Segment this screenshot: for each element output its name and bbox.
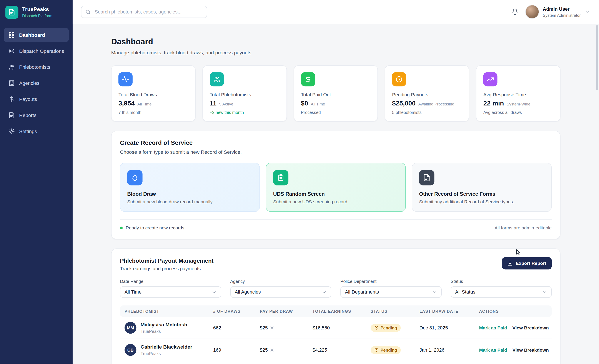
vertical-scrollbar-thumb[interactable]	[596, 25, 598, 90]
last-draw-date: Dec 31, 2025	[420, 325, 479, 330]
form-type-options: Blood Draw Submit a new blood draw recor…	[120, 163, 552, 212]
filter-label: Police Department	[340, 279, 441, 284]
total-earnings: $4,225	[313, 347, 370, 353]
status-badge: Pending	[370, 346, 401, 354]
sidebar-item-dashboard[interactable]: Dashboard	[4, 28, 69, 42]
pay-per-draw: $25	[260, 325, 268, 330]
file-icon	[419, 170, 434, 185]
stat-card-total-phlebotomists: Total Phlebotomists 11 9 Active +2 new t…	[202, 65, 287, 122]
ready-status: Ready to create new records	[120, 225, 184, 231]
dollar-icon	[301, 72, 315, 86]
option-title: Blood Draw	[127, 191, 253, 197]
option-other-forms[interactable]: Other Record of Service Forms Submit any…	[412, 163, 552, 212]
total-earnings: $16,550	[313, 325, 370, 330]
pay-rate-gear-icon[interactable]	[270, 348, 274, 352]
global-search	[81, 6, 207, 18]
sidebar-item-payouts[interactable]: Payouts	[4, 92, 69, 106]
stat-label: Total Blood Draws	[118, 92, 188, 98]
column-header: TOTAL EARNINGS	[313, 309, 370, 313]
column-header: PHLEBOTOMIST	[124, 309, 213, 313]
stat-label: Total Paid Out	[301, 92, 370, 98]
stat-footnote: 5 phlebotomists	[392, 110, 462, 115]
export-report-label: Export Report	[516, 261, 546, 266]
stat-label: Pending Payouts	[392, 92, 462, 98]
option-blood-draw[interactable]: Blood Draw Submit a new blood draw recor…	[120, 163, 260, 212]
sidebar-item-label: Payouts	[19, 96, 37, 102]
mark-as-paid-link[interactable]: Mark as Paid	[479, 347, 507, 353]
sidebar-item-label: Phlebotomists	[19, 64, 50, 70]
export-report-button[interactable]: Export Report	[502, 257, 552, 269]
option-title: UDS Random Screen	[273, 191, 399, 197]
payout-header: Phlebotomist Payout Management Track ear…	[120, 257, 552, 271]
agency-select[interactable]: All Agencies	[230, 286, 331, 298]
brand-logo-document-icon	[5, 6, 18, 19]
pay-rate-gear-icon[interactable]	[270, 326, 274, 330]
notifications-bell-icon[interactable]	[511, 9, 518, 15]
chevron-down-icon	[432, 289, 437, 294]
activity-icon	[118, 72, 132, 86]
view-breakdown-link[interactable]: View Breakdown	[512, 347, 549, 353]
avatar-initials: MM	[124, 322, 136, 334]
sidebar-item-dispatch-operations[interactable]: Dispatch Operations	[4, 44, 69, 58]
sidebar-item-phlebotomists[interactable]: Phlebotomists	[4, 60, 69, 74]
create-record-subtitle: Choose a form type to submit a new Recor…	[120, 149, 552, 155]
filter-status: Status All Status	[450, 279, 552, 298]
sidebar-item-label: Agencies	[19, 80, 40, 86]
stat-footnote: Processed	[301, 110, 370, 115]
column-header: PAY PER DRAW	[260, 309, 313, 313]
filter-date-range: Date Range All Time	[120, 279, 221, 298]
brand-subtitle: Dispatch Platform	[22, 14, 52, 18]
chevron-down-icon	[542, 289, 547, 294]
topbar: Admin User System Administrator	[73, 0, 599, 24]
sidebar-item-label: Reports	[19, 112, 36, 118]
stat-footnote: +2 new this month	[210, 110, 280, 115]
filter-police-department: Police Department All Departments	[340, 279, 441, 298]
filter-label: Agency	[230, 279, 331, 284]
mark-as-paid-link[interactable]: Mark as Paid	[479, 325, 507, 330]
chevron-down-icon	[211, 289, 216, 294]
stat-card-pending-payouts: Pending Payouts $25,000 Awaiting Process…	[385, 65, 469, 122]
user-menu[interactable]: Admin User System Administrator	[525, 5, 590, 19]
stat-label: Total Phlebotomists	[210, 92, 280, 98]
stat-card-total-blood-draws: Total Blood Draws 3,954 All Time 7 this …	[111, 65, 195, 122]
building-icon	[9, 80, 15, 86]
filter-agency: Agency All Agencies	[230, 279, 331, 298]
sidebar-nav: Dashboard Dispatch Operations Phlebotomi…	[0, 24, 73, 142]
dollar-icon	[9, 96, 15, 102]
selected-value: All Status	[455, 289, 475, 295]
droplet-icon	[127, 170, 142, 185]
brand: TruePeaks Dispatch Platform	[0, 0, 73, 24]
filter-label: Date Range	[120, 279, 221, 284]
table-row: MM Malaysisa McIntosh TruePeaks 662 $25	[120, 317, 552, 339]
status-select[interactable]: All Status	[450, 286, 552, 298]
stat-suffix: All Time	[311, 102, 325, 106]
stat-footnote: 7 this month	[118, 110, 188, 115]
stat-value: 11	[210, 100, 217, 107]
sidebar-item-reports[interactable]: Reports	[4, 108, 69, 122]
search-input[interactable]	[94, 9, 203, 15]
ready-status-text: Ready to create new records	[126, 225, 184, 231]
stat-value: $25,000	[392, 100, 415, 107]
pay-per-draw: $25	[260, 347, 268, 353]
main-area: Admin User System Administrator Dashboar…	[73, 0, 599, 364]
phlebotomist-org: TruePeaks	[141, 329, 187, 334]
page-title: Dashboard	[111, 37, 560, 46]
admin-editable-note: All forms are admin-editable	[495, 225, 552, 231]
column-header: ACTIONS	[479, 309, 547, 313]
file-text-icon	[9, 112, 15, 118]
trending-up-icon	[483, 72, 497, 86]
search-icon	[85, 9, 91, 15]
stat-footnote: Avg across all draws	[483, 110, 553, 115]
police-department-select[interactable]: All Departments	[340, 286, 441, 298]
table-header-row: PHLEBOTOMIST # OF DRAWS PAY PER DRAW TOT…	[120, 305, 552, 317]
sidebar-item-settings[interactable]: Settings	[4, 124, 69, 138]
option-uds-random-screen[interactable]: UDS Random Screen Submit a new UDS scree…	[266, 163, 405, 212]
sidebar-item-agencies[interactable]: Agencies	[4, 76, 69, 90]
content-scroll-area: Dashboard Manage phlebotomists, track bl…	[73, 24, 599, 364]
table-row: RC Ray Cheatwood TruePeaks 129 $25	[120, 361, 552, 364]
column-header: LAST DRAW DATE	[420, 309, 479, 313]
last-draw-date: Jan 1, 2026	[420, 347, 479, 353]
date-range-select[interactable]: All Time	[120, 286, 221, 298]
grid-icon	[9, 32, 15, 38]
view-breakdown-link[interactable]: View Breakdown	[512, 325, 549, 330]
